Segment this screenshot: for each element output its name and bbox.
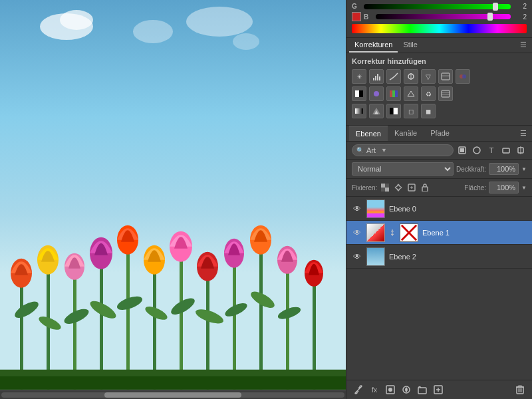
b-slider-thumb[interactable]: [487, 13, 493, 21]
channelmixer-icon[interactable]: [386, 86, 401, 101]
layer-search-box[interactable]: 🔍 Art ▼: [352, 144, 454, 156]
layers-toolbar: fx: [346, 380, 532, 399]
g-label: G: [352, 3, 361, 10]
exposure-icon[interactable]: [404, 69, 418, 84]
color-spectrum[interactable]: [352, 24, 527, 33]
layer-visibility-2[interactable]: 👁: [352, 251, 362, 262]
search-icon: 🔍: [356, 147, 364, 154]
opacity-value[interactable]: 100%: [489, 163, 519, 175]
svg-rect-38: [375, 76, 376, 80]
g-value: 2: [513, 3, 527, 10]
layer-filter-smart[interactable]: [515, 144, 527, 156]
b-value: 2: [513, 13, 527, 21]
flaeche-label: Fläche:: [464, 184, 486, 192]
search-type-label: Art: [366, 146, 376, 154]
new-adjustment-layer-button[interactable]: [400, 383, 413, 396]
photofilter-icon[interactable]: [369, 86, 384, 101]
tab-ebenen[interactable]: Ebenen: [349, 126, 388, 141]
layer-filter-adjustment[interactable]: [471, 144, 483, 156]
colorbalance-icon[interactable]: [456, 69, 470, 84]
solid-color-icon[interactable]: ◻: [404, 104, 418, 118]
curves-icon[interactable]: [386, 69, 401, 84]
fix-transform-icon[interactable]: [406, 182, 417, 193]
svg-rect-40: [379, 76, 380, 80]
gradient-icon[interactable]: [352, 104, 366, 118]
layer-thumbnail-1: [366, 223, 385, 242]
layer-item-2[interactable]: 👁 Ebene 2: [346, 245, 532, 269]
tab-pfade[interactable]: Pfade: [424, 126, 456, 141]
fix-lock-icon[interactable]: [420, 182, 430, 193]
vibrance-icon[interactable]: ▽: [421, 69, 436, 84]
add-mask-button[interactable]: [384, 383, 397, 396]
layer-thumbnail-2: [366, 247, 385, 266]
svg-point-49: [374, 91, 379, 96]
link-layers-button[interactable]: [352, 383, 365, 396]
layer-filter-pixel[interactable]: [456, 144, 468, 156]
flaeche-value[interactable]: 100%: [489, 182, 519, 194]
bw-icon[interactable]: [352, 86, 366, 101]
search-dropdown-arrow[interactable]: ▼: [381, 147, 387, 154]
delete-layer-button[interactable]: [513, 383, 527, 396]
svg-rect-71: [422, 187, 428, 192]
layer-item-1[interactable]: 👁 Ebene 1: [346, 221, 532, 245]
svg-point-74: [388, 388, 392, 392]
tab-stile[interactable]: Stile: [398, 38, 422, 53]
fx-button[interactable]: fx: [368, 383, 381, 396]
korrektur-title: Korrektur hinzufügen: [352, 57, 527, 65]
layer-filter-text[interactable]: T: [485, 144, 497, 156]
svg-rect-66: [381, 184, 385, 188]
svg-rect-51: [392, 90, 395, 97]
layer-tabs: Ebenen Kanäle Pfade ☰: [346, 126, 532, 142]
svg-rect-56: [355, 108, 363, 114]
layer-filter-shape[interactable]: [500, 144, 512, 156]
new-layer-button[interactable]: [432, 383, 445, 396]
b-slider-row: B 2: [352, 12, 527, 21]
g-slider-track[interactable]: [364, 4, 511, 9]
svg-rect-4: [126, 243, 130, 390]
svg-rect-9: [259, 243, 263, 390]
flaeche-dropdown-arrow[interactable]: ▼: [521, 185, 527, 191]
tab-korrekturen[interactable]: Korrekturen: [349, 38, 398, 53]
right-panel: G 2 B 2 Korrekturen Stile ☰: [346, 0, 532, 399]
selective-color-icon[interactable]: [369, 104, 384, 118]
scrollbar-track[interactable]: [1, 392, 344, 398]
svg-rect-53: [442, 90, 450, 97]
threshold-icon[interactable]: [386, 104, 401, 118]
brightness-contrast-icon[interactable]: ☀: [352, 69, 366, 84]
opacity-dropdown-arrow[interactable]: ▼: [521, 166, 527, 172]
posterize-icon[interactable]: [438, 86, 453, 101]
canvas-image: [0, 0, 346, 390]
corrections-panel-menu[interactable]: ☰: [517, 38, 529, 53]
fixieren-row: Fixieren: Fläche: 100% ▼: [346, 179, 532, 197]
fix-move-icon[interactable]: [393, 182, 404, 193]
invert-icon[interactable]: ♻: [421, 86, 436, 101]
scrollbar-thumb[interactable]: [104, 392, 241, 398]
mask-content: [400, 224, 418, 241]
levels-icon[interactable]: [369, 69, 384, 84]
pattern-icon[interactable]: ◼: [421, 104, 436, 118]
svg-rect-68: [385, 184, 389, 188]
layer-visibility-0[interactable]: 👁: [352, 203, 362, 214]
blend-mode-select[interactable]: Normal Multiplizieren Bildschirm: [352, 162, 454, 176]
svg-rect-48: [359, 90, 363, 97]
new-group-button[interactable]: [416, 383, 429, 396]
layer-visibility-1[interactable]: 👁: [352, 227, 362, 238]
layer-thumb-image-0: [367, 200, 384, 217]
korrektur-section: Korrektur hinzufügen ☀ ▽: [346, 53, 532, 126]
layer-name-1: Ebene 1: [422, 229, 527, 237]
layer-mask-link: [389, 228, 396, 237]
g-slider-thumb[interactable]: [493, 3, 498, 11]
layer-thumb-image-2: [367, 248, 384, 265]
layer-item-0[interactable]: 👁 Ebene 0: [346, 197, 532, 221]
layers-panel-menu[interactable]: ☰: [517, 126, 529, 141]
canvas-scrollbar-horizontal[interactable]: [0, 390, 346, 399]
b-slider-track[interactable]: [376, 14, 511, 19]
fix-checkerboard-icon[interactable]: [380, 182, 390, 193]
layer-thumbnail-0: [366, 200, 385, 218]
svg-rect-39: [377, 74, 378, 80]
svg-rect-43: [442, 73, 450, 80]
layers-list: 👁 Ebene 0 👁: [346, 197, 532, 380]
tab-kanaele[interactable]: Kanäle: [388, 126, 424, 141]
hsl-icon[interactable]: [438, 69, 453, 84]
colorlookup-icon[interactable]: [404, 86, 418, 101]
